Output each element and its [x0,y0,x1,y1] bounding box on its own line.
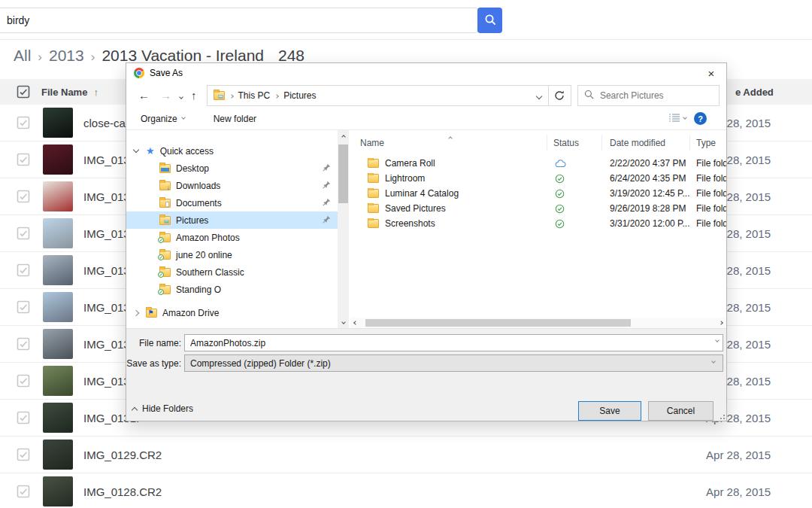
row-checkbox[interactable] [17,300,30,314]
forward-icon[interactable]: → [155,89,177,102]
path-separator-icon [275,91,278,99]
row-checkbox[interactable] [17,337,30,351]
scrollbar-thumb[interactable] [338,144,348,203]
desktop-folder-icon [159,164,171,173]
sidebar-item-pictures[interactable]: Pictures [126,211,338,229]
new-folder-button[interactable]: New folder [214,114,256,124]
chevron-right-icon[interactable] [126,311,146,315]
photo-thumbnail[interactable] [43,181,73,211]
list-item-saved-pictures[interactable]: Saved Pictures 9/26/2019 8:28 PM File fo… [350,201,726,216]
sidebar-item-standing-o[interactable]: ✓ Standing O [126,281,338,298]
search-pictures-input[interactable] [600,90,705,101]
file-name-input[interactable] [184,334,723,351]
save-button[interactable]: Save [578,401,641,421]
row-checkbox[interactable] [17,227,30,240]
file-name[interactable]: IMG_0128.CR2 [83,485,162,498]
save-as-type-select[interactable]: Compressed (zipped) Folder (*.zip) [184,354,723,372]
row-checkbox[interactable] [17,263,30,277]
file-name[interactable]: IMG_0129.CR2 [83,449,162,461]
dialog-title: Save As [150,68,183,78]
path-this-pc[interactable]: This PC [238,90,271,101]
address-dropdown-icon[interactable] [537,90,541,101]
sidebar-item-downloads[interactable]: ↓ Downloads [126,177,338,194]
photo-thumbnail[interactable] [43,255,73,285]
sidebar-item-documents[interactable]: Documents [126,194,338,211]
address-bar[interactable]: This PC Pictures [207,85,549,106]
sidebar-item-june-20-online[interactable]: ✓ june 20 online [126,246,338,263]
view-options-button[interactable] [668,113,686,125]
column-type[interactable]: Type [690,135,726,151]
folder-icon [368,159,379,168]
organize-button[interactable]: Organize [141,114,185,124]
refresh-icon[interactable] [549,85,571,106]
sidebar-item-quick-access[interactable]: ★ Quick access [126,142,338,160]
pin-icon [323,198,331,208]
synced-status-icon [547,219,602,229]
photo-thumbnail[interactable] [43,218,73,248]
dialog-file-list: Name Status Date modified Type Camera Ro… [350,130,726,318]
sidebar-scrollbar[interactable] [338,130,349,328]
photo-thumbnail[interactable] [43,329,73,359]
photo-thumbnail[interactable] [43,366,73,396]
photo-thumbnail[interactable] [43,144,73,175]
sidebar-item-desktop[interactable]: Desktop [126,160,338,177]
recent-locations-icon[interactable] [177,90,186,101]
folder-icon [368,204,379,213]
chevron-up-icon [132,406,138,412]
row-checkbox[interactable] [17,485,30,498]
breadcrumb-link-2013[interactable]: 2013 [49,47,84,65]
row-checkbox[interactable] [17,411,30,424]
list-horizontal-scrollbar[interactable] [350,318,726,328]
list-item-camera-roll[interactable]: Camera Roll 2/22/2020 4:37 PM File fold [350,156,726,171]
dialog-footer: File name: Save as type: Compressed (zip… [126,328,726,421]
photo-thumbnail[interactable] [43,440,73,470]
scroll-right-icon[interactable] [716,321,726,324]
row-checkbox[interactable] [17,116,30,129]
photo-thumbnail[interactable] [43,108,73,138]
synced-folder-icon: ✓ [159,268,171,277]
path-pictures[interactable]: Pictures [283,90,316,101]
sidebar-item-amazon-photos[interactable]: ✓ Amazon Photos [126,229,338,246]
back-icon[interactable]: ← [133,89,155,102]
synced-status-icon [547,204,602,214]
row-checkbox[interactable] [17,190,30,203]
row-checkbox[interactable] [17,448,30,461]
scroll-down-icon[interactable] [338,318,349,328]
table-row[interactable]: IMG_0129.CR2 Apr 28, 2015 [0,437,812,473]
dialog-title-bar[interactable]: Save As [126,63,726,83]
help-icon[interactable]: ? [694,112,707,125]
list-item-screenshots[interactable]: Screenshots 3/31/2020 12:00 P... File fo… [350,216,726,231]
table-row[interactable]: IMG_0128.CR2 Apr 28, 2015 [0,473,812,508]
scrollbar-thumb[interactable] [365,319,631,327]
column-status[interactable]: Status [547,135,602,151]
chevron-down-icon [683,115,687,120]
search-button[interactable] [477,8,502,33]
row-checkbox[interactable] [17,153,30,166]
sidebar-item-southern-classic[interactable]: ✓ Southern Classic [126,263,338,281]
close-icon[interactable]: × [702,66,720,81]
hide-folders-button[interactable]: Hide Folders [132,403,193,414]
resize-grip[interactable] [719,413,725,419]
row-checkbox[interactable] [17,374,30,388]
sort-ascending-icon[interactable]: ↑ [93,87,98,98]
app-search-input[interactable]: birdy [0,8,478,33]
photo-thumbnail[interactable] [43,403,73,433]
folder-icon [368,174,379,183]
sidebar-item-amazon-drive[interactable]: ⚑ Amazon Drive [126,304,338,321]
cancel-button[interactable]: Cancel [648,401,714,421]
column-date-modified[interactable]: Date modified [602,135,690,151]
photo-thumbnail[interactable] [43,292,73,322]
scroll-left-icon[interactable] [350,321,361,324]
column-file-name[interactable]: File Name [41,87,87,98]
column-date-added[interactable]: e Added [735,87,774,98]
scroll-up-icon[interactable] [338,130,349,141]
photo-thumbnail[interactable] [43,476,73,506]
chevron-down-icon[interactable] [126,150,146,152]
list-item-luminar-4-catalog[interactable]: Luminar 4 Catalog 3/19/2020 12:45 P... F… [350,186,726,201]
breadcrumb-link-all[interactable]: All [14,47,31,65]
dialog-toolbar: Organize New folder ? [126,108,726,130]
list-item-lightroom[interactable]: Lightroom 6/24/2020 4:35 PM File fold [350,171,726,186]
select-all-checkbox[interactable] [17,85,30,99]
dialog-search-box[interactable] [577,85,720,106]
up-icon[interactable]: ↑ [186,89,202,102]
